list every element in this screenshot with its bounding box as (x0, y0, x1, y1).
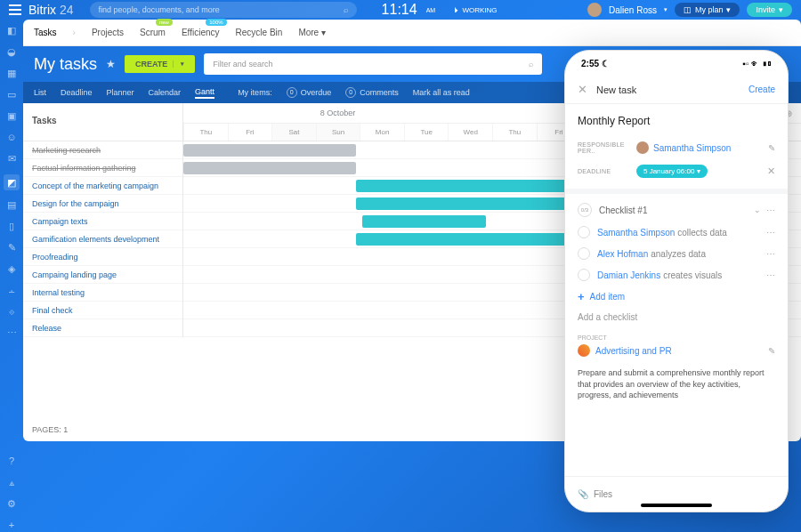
task-item[interactable]: Marketing research (23, 141, 182, 159)
checklist-item[interactable]: Alex Hofman analyzes data⋯ (578, 247, 775, 260)
task-list: Marketing researchFactual information ga… (23, 141, 183, 337)
gantt-bar[interactable] (183, 162, 356, 174)
create-button[interactable]: CREATE▾ (125, 55, 195, 73)
tab-projects[interactable]: Projects (92, 28, 124, 37)
rail-icon-crm[interactable]: ▤ (5, 199, 18, 212)
task-description[interactable]: Prepare and submit a comprehensive month… (578, 367, 775, 401)
view-planner[interactable]: Planner (107, 88, 134, 97)
task-item[interactable]: Campaign texts (23, 213, 182, 230)
project-avatar (578, 344, 590, 357)
home-indicator (641, 504, 712, 507)
attachment-icon[interactable]: 📎 (578, 489, 588, 499)
day-cell: Fri (228, 124, 272, 141)
task-item[interactable]: Final check (23, 302, 182, 319)
mark-all-read[interactable]: Mark all as read (413, 88, 470, 97)
day-cell: Thu (492, 124, 537, 141)
task-item[interactable]: Factual information gathering (23, 159, 182, 177)
tab-tasks[interactable]: Tasks (34, 28, 57, 37)
clock-ampm: AM (426, 7, 436, 13)
deadline-pill[interactable]: 5 January 06:00 ▾ (636, 165, 708, 178)
checkbox-icon[interactable] (578, 247, 590, 260)
rail-icon-settings[interactable]: ⚙ (5, 498, 18, 511)
rail-icon-help[interactable]: ? (5, 455, 18, 468)
pages-indicator: PAGES: 1 (32, 425, 68, 434)
my-plan-button[interactable]: ◫ My plan ▾ (675, 3, 740, 17)
files-label[interactable]: Files (594, 489, 612, 499)
topbar: Bitrix 24 find people, documents, and mo… (0, 0, 801, 20)
checkbox-icon[interactable] (578, 226, 590, 238)
add-checklist-button[interactable]: Add a checklist (578, 312, 775, 322)
checkbox-icon[interactable] (578, 269, 590, 281)
edit-icon[interactable]: ✎ (768, 346, 775, 356)
rail-icon-market[interactable]: ◈ (5, 263, 18, 276)
more-icon[interactable]: ⋯ (766, 206, 775, 215)
rail-icon-home[interactable]: ◧ (5, 25, 18, 37)
rail-icon-tasks[interactable]: ◩ (4, 174, 20, 190)
checklist-header[interactable]: 0/3 Checklist #1 ⌄ ⋯ (578, 203, 775, 217)
tab-recycle[interactable]: Recycle Bin (236, 28, 283, 37)
gantt-bar[interactable] (362, 215, 486, 228)
rail-icon-sitemap[interactable]: ⟁ (5, 477, 18, 489)
checklist-item[interactable]: Samantha Simpson collects data⋯ (578, 226, 775, 238)
month-1: 8 October (183, 103, 492, 123)
avatar[interactable] (587, 3, 602, 17)
chevron-down-icon[interactable]: ⌄ (754, 206, 761, 214)
rail-icon-people[interactable]: ☺ (5, 132, 18, 144)
rail-icon-dev[interactable]: ⟐ (5, 306, 18, 318)
my-items-label: My items: (238, 88, 272, 97)
working-status[interactable]: ⏵ WORKING (453, 6, 497, 14)
task-title-field[interactable]: Monthly Report (578, 115, 775, 127)
rail-icon-drive[interactable]: ▯ (5, 221, 18, 233)
task-item[interactable]: Internal testing (23, 284, 182, 302)
rail-icon-add[interactable]: + (5, 520, 18, 532)
more-icon[interactable]: ⋯ (766, 270, 775, 280)
left-rail: ◧ ◒ ▦ ▭ ▣ ☺ ✉ ◩ ▤ ▯ ✎ ◈ ⫠ ⟐ ⋯ ? ⟁ ⚙ + (0, 20, 23, 532)
day-cell: Wed (448, 124, 492, 141)
overdue-chip[interactable]: 0Overdue (287, 87, 332, 98)
view-deadline[interactable]: Deadline (61, 88, 93, 97)
day-cell: Thu (183, 124, 228, 141)
user-name[interactable]: Dalien Ross (609, 5, 657, 15)
rail-icon-folder[interactable]: ▣ (5, 110, 18, 123)
global-search[interactable]: find people, documents, and more ⌕ (90, 2, 357, 18)
edit-icon[interactable]: ✎ (768, 143, 775, 153)
tab-more[interactable]: More ▾ (298, 28, 326, 37)
brand-logo[interactable]: Bitrix 24 (28, 3, 74, 17)
checklist-item[interactable]: Damian Jenkins creates visuals⋯ (578, 269, 775, 281)
more-icon[interactable]: ⋯ (766, 249, 775, 259)
close-icon[interactable]: ✕ (578, 83, 587, 96)
more-icon[interactable]: ⋯ (766, 228, 775, 238)
task-item[interactable]: Campaing landing page (23, 266, 182, 284)
task-item[interactable]: Design for the campaign (23, 195, 182, 213)
star-icon[interactable]: ★ (106, 58, 116, 70)
add-item-button[interactable]: +Add item (578, 290, 775, 303)
rail-icon-calendar[interactable]: ▦ (5, 68, 18, 80)
filter-input[interactable]: Filter and search ⌕ (204, 53, 542, 75)
view-gantt[interactable]: Gantt (195, 87, 214, 99)
gantt-bar[interactable] (356, 233, 566, 246)
comments-chip[interactable]: 0Comments (345, 87, 399, 98)
clear-deadline-icon[interactable]: ✕ (767, 165, 775, 177)
day-cell: Mon (360, 124, 404, 141)
task-item[interactable]: Gamification elements development (23, 230, 182, 248)
phone-create-button[interactable]: Create (748, 85, 775, 94)
tab-efficiency[interactable]: Efficiency100% (182, 28, 220, 37)
tab-scrum[interactable]: Scrumnew (140, 28, 166, 37)
gantt-bar[interactable] (183, 144, 356, 157)
rail-icon-mail[interactable]: ✉ (5, 153, 18, 165)
view-calendar[interactable]: Calendar (149, 88, 182, 97)
phone-header: ✕ New task Create (565, 76, 788, 104)
menu-icon[interactable] (9, 4, 21, 15)
responsible-person[interactable]: Samantha Simpson (636, 141, 731, 154)
task-item[interactable]: Proofreading (23, 248, 182, 266)
rail-icon-doc[interactable]: ▭ (5, 89, 18, 101)
task-item[interactable]: Release (23, 319, 182, 337)
task-item[interactable]: Concept of the marketing campaign (23, 177, 182, 195)
rail-icon-edit[interactable]: ✎ (5, 242, 18, 254)
view-list[interactable]: List (34, 88, 46, 97)
rail-icon-more[interactable]: ⋯ (5, 327, 18, 340)
invite-button[interactable]: Invite ▾ (747, 3, 792, 17)
project-row[interactable]: Advertising and PR ✎ (578, 344, 775, 357)
rail-icon-bi[interactable]: ⫠ (5, 285, 18, 297)
rail-icon-chat[interactable]: ◒ (5, 46, 18, 59)
